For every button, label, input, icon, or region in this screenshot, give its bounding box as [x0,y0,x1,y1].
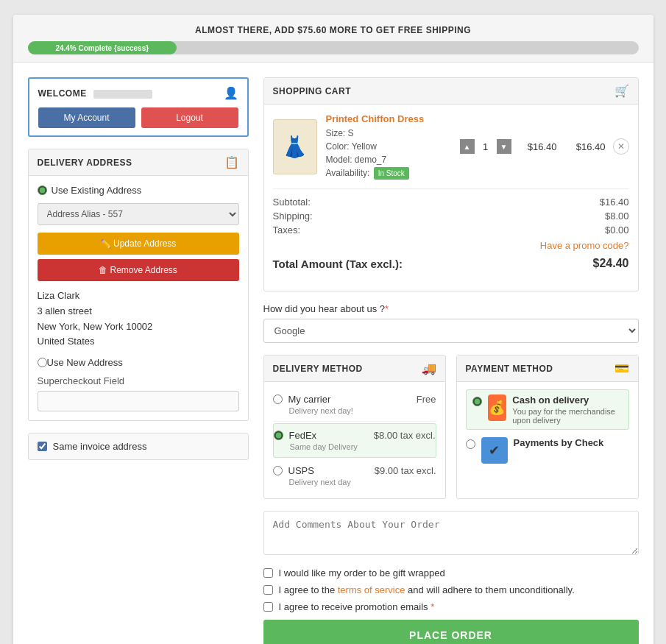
promo-emails-row: I agree to receive promotion emails * [263,601,639,612]
address-line2: New York, New York 10002 [38,319,239,335]
logout-button[interactable]: Logout [141,107,238,128]
use-existing-radio[interactable] [38,185,47,195]
update-address-label: Update Address [113,238,176,249]
delivery-option-usps: USPS $9.00 tax excl. Delivery next day [273,459,436,492]
remove-item-button[interactable]: ✕ [613,138,629,155]
trash-icon: 🗑 [99,265,107,275]
cod-option-row: 💰 Cash on delivery You pay for the merch… [472,394,623,425]
product-name: Printed Chiffon Dress [326,113,460,124]
qty-value: 1 [475,141,497,152]
delivery-option-fedex: FedEx $8.00 tax excl. Same day Delivery [273,423,436,458]
hear-about-select[interactable]: Google Social Media Friend Advertisement… [263,319,639,343]
hear-about-label-text: How did you hear about us ? [263,303,386,314]
main-content: WELCOME 👤 My Account Logout DELIVERY ADD… [13,63,653,644]
truck-icon: 🚚 [422,361,436,375]
use-new-label: Use New Address [47,357,123,368]
terms-post: and will adhere to them unconditionally. [405,584,574,595]
taxes-value: $0.00 [605,224,629,236]
check-details: Payments by Check [514,437,604,450]
comments-textarea[interactable] [263,511,639,555]
carrier-fedex-label: FedEx [289,430,317,441]
methods-row: DELIVERY METHOD 🚚 My carrier Free [263,355,639,499]
promo-link-row: Have a promo code? [273,240,629,251]
gift-wrap-checkbox[interactable] [263,568,273,578]
same-invoice-checkbox[interactable] [38,442,47,451]
payment-method-title: PAYMENT METHOD [466,364,553,374]
cod-icon: 💰 [488,394,507,421]
progress-track: 24.4% Complete {success} [28,41,639,54]
carrier-usps-label: USPS [288,465,314,476]
delivery-header: DELIVERY ADDRESS 📋 [29,149,248,176]
payment-cod-radio[interactable] [472,397,482,406]
terms-row: I agree to the terms of service and will… [263,584,639,595]
cart-item: 👗 Printed Chiffon Dress Size: S Color: Y… [273,113,629,180]
product-model: Model: demo_7 [326,153,460,166]
product-details: Printed Chiffon Dress Size: S Color: Yel… [326,113,460,180]
credit-card-icon: 💳 [614,361,629,375]
my-account-button[interactable]: My Account [38,107,135,128]
shipping-value: $8.00 [605,210,629,222]
promo-code-link[interactable]: Have a promo code? [540,240,629,251]
carrier-usps-radio[interactable] [273,466,283,475]
address-alias-select[interactable]: Address Alias - 557 [38,203,239,225]
welcome-header: WELCOME 👤 [38,86,238,100]
sidebar: WELCOME 👤 My Account Logout DELIVERY ADD… [28,77,249,644]
fedex-option-row: FedEx $8.00 tax excl. [274,430,436,441]
in-stock-badge: In Stock [374,167,409,180]
payment-method-header: PAYMENT METHOD 💳 [457,355,638,382]
fedex-option-left: FedEx [274,430,317,441]
use-existing-label: Use Existing Address [52,185,142,196]
terms-checkbox[interactable] [263,585,273,595]
cart-body: 👗 Printed Chiffon Dress Size: S Color: Y… [264,105,638,291]
payment-check-radio[interactable] [466,439,475,449]
hear-about-row: How did you hear about us ?* Google Soci… [263,303,639,343]
required-marker: * [385,303,389,314]
promo-emails-checkbox[interactable] [263,602,273,612]
terms-pre: I agree to the [279,584,338,595]
cart-title: SHOPPING CART [273,86,352,96]
use-existing-row: Use Existing Address [38,185,239,196]
item-total-price: $16.40 [569,141,606,152]
update-address-button[interactable]: ✏️ Update Address [38,233,239,255]
progress-label: 24.4% Complete {success} [55,44,149,52]
promo-emails-text: I agree to receive promotion emails [279,601,428,612]
address-book-icon: 📋 [224,155,239,169]
right-panel: SHOPPING CART 🛒 👗 Printed Chiffon Dress … [263,77,639,644]
delivery-title: DELIVERY ADDRESS [38,158,132,168]
delivery-address-box: DELIVERY ADDRESS 📋 Use Existing Address … [28,149,249,421]
place-order-button[interactable]: PLACE ORDER [263,620,639,644]
cart-header: SHOPPING CART 🛒 [264,78,638,105]
terms-link[interactable]: terms of service [338,584,405,595]
carrier-usps-price: $9.00 tax excl. [375,465,436,476]
payment-method-body: 💰 Cash on delivery You pay for the merch… [457,382,638,475]
welcome-user [93,90,152,99]
supercheckout-field[interactable] [38,391,239,411]
qty-decrease-button[interactable]: ▼ [497,139,511,154]
carrier-mycarrier-sub: Delivery next day! [289,406,436,415]
carrier-fedex-sub: Same day Delivery [290,442,436,451]
check-option-row: ✔ Payments by Check [466,437,629,464]
carrier-usps-sub: Delivery next day [289,478,436,486]
totals-section: Subtotal: $16.40 Shipping: $8.00 Taxes: … [273,188,629,270]
remove-address-button[interactable]: 🗑 Remove Address [38,259,239,281]
use-new-radio[interactable] [38,358,47,367]
delivery-method-title: DELIVERY METHOD [273,364,363,374]
carrier-fedex-radio[interactable] [274,431,283,440]
total-amount-row: Total Amount (Tax excl.): $24.40 [273,257,629,270]
qty-controls: ▲ 1 ▼ [460,139,511,154]
address-name: Liza Clark [38,289,239,304]
progress-fill: 24.4% Complete {success} [28,41,177,54]
terms-label: I agree to the terms of service and will… [279,584,575,595]
address-country: United States [38,334,239,350]
delivery-method-header: DELIVERY METHOD 🚚 [264,355,445,382]
cart-icon: 🛒 [614,84,629,98]
carrier-mycarrier-radio[interactable] [273,394,283,404]
product-size: Size: S [326,127,460,140]
welcome-box: WELCOME 👤 My Account Logout [28,77,249,137]
qty-increase-button[interactable]: ▲ [460,139,475,154]
edit-icon: ✏️ [100,238,111,249]
carrier-mycarrier-label: My carrier [288,394,331,405]
check-name: Payments by Check [514,437,604,448]
delivery-method-body: My carrier Free Delivery next day! FedEx [264,382,445,498]
usps-option-left: USPS [273,465,314,476]
